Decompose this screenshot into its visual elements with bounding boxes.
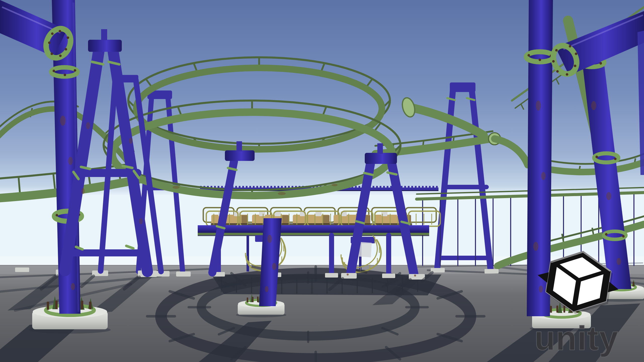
station-deck: [198, 225, 429, 236]
coaster-render: unity: [0, 0, 644, 362]
unity-wordmark: unity: [534, 319, 619, 357]
render-viewport: unity: [0, 0, 644, 362]
